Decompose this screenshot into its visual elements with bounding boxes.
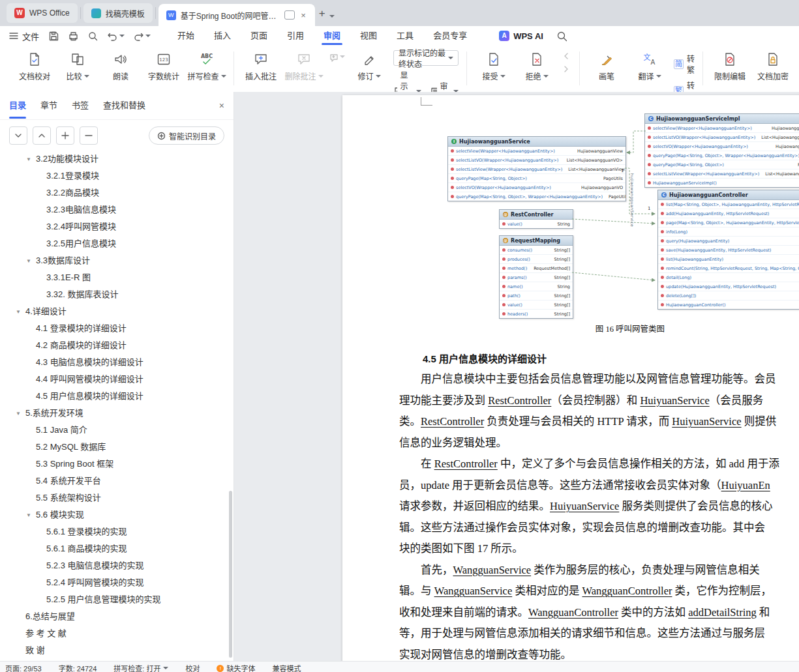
- read-aloud-button[interactable]: 朗读: [102, 50, 140, 83]
- spell-check-button[interactable]: ABC 拼写检查: [188, 50, 226, 83]
- tab-reference[interactable]: 引用: [277, 27, 314, 45]
- toc-expander-icon[interactable]: [26, 255, 36, 265]
- doc-proofread-button[interactable]: 文档校对: [16, 50, 53, 83]
- tab-tools[interactable]: 工具: [387, 27, 423, 45]
- toc-item[interactable]: 致 谢: [0, 641, 228, 658]
- markup-state-select[interactable]: 显示标记的最终状态: [393, 50, 459, 66]
- spell-check-chevron-icon[interactable]: [221, 75, 226, 80]
- tab-member[interactable]: 会员专享: [423, 27, 477, 45]
- word-count-button[interactable]: 123 字数统计: [145, 50, 183, 83]
- tab-page[interactable]: 页面: [241, 27, 277, 45]
- save-icon[interactable]: [48, 31, 59, 42]
- reject-button[interactable]: 拒绝: [518, 50, 556, 83]
- toc-item[interactable]: 4.2 商品模块的详细设计: [0, 336, 228, 353]
- toc-item[interactable]: 4.5 用户信息模块的详细设计: [0, 387, 228, 403]
- ink-brush-button[interactable]: 画笔: [588, 50, 626, 83]
- toc-item[interactable]: 5.1 Java 简介: [0, 420, 228, 437]
- toc-item[interactable]: 5.5 系统架构设计: [0, 488, 228, 505]
- insert-comment-button[interactable]: 插入批注: [242, 50, 280, 83]
- close-document-tab-icon[interactable]: ×: [299, 10, 307, 20]
- restrict-editing-button[interactable]: 限制编辑: [711, 50, 749, 83]
- home-tab[interactable]: W WPS Office: [7, 3, 78, 23]
- toc-item[interactable]: 3.3数据库设计: [0, 251, 228, 268]
- template-site-tab[interactable]: 找稿壳模板: [83, 3, 153, 23]
- document-workspace[interactable]: HujiaowangguanServiceselectView(Wrapper<…: [234, 92, 799, 663]
- tab-home[interactable]: 开始: [168, 27, 204, 45]
- undo-chevron-icon[interactable]: [119, 35, 125, 40]
- toc-item[interactable]: 4.1 登录模块的详细设计: [0, 319, 228, 336]
- toc-item[interactable]: 5.2.4 呼叫网管模块的实现: [0, 573, 228, 590]
- spellcheck-indicator[interactable]: 拼写检查: 打开: [113, 663, 168, 672]
- toc-item[interactable]: 5.2 MySQL 数据库: [0, 437, 228, 454]
- new-tab-button[interactable]: +: [319, 7, 325, 20]
- document-page[interactable]: HujiaowangguanServiceselectView(Wrapper<…: [342, 95, 799, 663]
- track-changes-button[interactable]: 修订: [350, 50, 388, 83]
- track-changes-chevron-icon[interactable]: [376, 75, 381, 80]
- accept-button[interactable]: 接受: [475, 50, 513, 83]
- tab-insert[interactable]: 插入: [204, 27, 241, 45]
- accept-chevron-icon[interactable]: [500, 75, 505, 80]
- toc-expander-icon[interactable]: [26, 509, 36, 519]
- missing-font-warning[interactable]: 缺失字体: [217, 663, 255, 672]
- tab-review[interactable]: 审阅: [314, 27, 350, 45]
- toc-expander-icon[interactable]: [26, 153, 36, 163]
- toc-item[interactable]: 6.总结与展望: [0, 607, 228, 624]
- print-icon[interactable]: [68, 31, 79, 42]
- toc-item[interactable]: 3.32. 数据库表设计: [0, 285, 228, 302]
- toc-item[interactable]: 3.2.4呼叫网管模块: [0, 217, 228, 234]
- redo-chevron-icon[interactable]: [145, 35, 151, 40]
- sidebar-tab-chapters[interactable]: 章节: [40, 93, 57, 119]
- proofread-indicator[interactable]: 校对: [185, 663, 200, 672]
- document-tab[interactable]: W 基于Spring Boot的网吧管理系 ×: [158, 4, 315, 26]
- file-menu-button[interactable]: 文件: [9, 30, 39, 42]
- toc-item[interactable]: 5.6 模块实现: [0, 505, 228, 522]
- toc-item[interactable]: 5.4 系统开发平台: [0, 471, 228, 488]
- smart-recognize-toc-button[interactable]: 智能识别目录: [149, 126, 224, 145]
- toc-item[interactable]: 3.3.1E-R 图: [0, 268, 228, 285]
- toc-item[interactable]: 5.6.1 登录模块的实现: [0, 522, 228, 539]
- tab-list-chevron-icon[interactable]: [329, 15, 335, 20]
- sidebar-tab-bookmarks[interactable]: 书签: [72, 93, 89, 119]
- page-indicator[interactable]: 页面: 29/53: [5, 663, 42, 672]
- print-preview-icon[interactable]: [87, 31, 98, 42]
- translate-button[interactable]: 文 A 翻译: [631, 50, 669, 83]
- toc-item[interactable]: 3.2.1登录模块: [0, 166, 228, 183]
- translate-chevron-icon[interactable]: [656, 75, 661, 80]
- sidebar-scrollbar[interactable]: [229, 491, 232, 658]
- toc-item[interactable]: 5.2.3 电脑信息模块的实现: [0, 556, 228, 573]
- sidebar-tab-contents[interactable]: 目录: [9, 93, 26, 119]
- toc-item[interactable]: 4.4 呼叫网管模块的详细设计: [0, 370, 228, 387]
- expand-all-button[interactable]: [9, 126, 27, 145]
- word-count-indicator[interactable]: 字数: 24724: [59, 663, 97, 672]
- reject-chevron-icon[interactable]: [543, 75, 549, 80]
- toc-item[interactable]: 3.2.3电脑信息模块: [0, 200, 228, 217]
- previous-comment-button[interactable]: [328, 51, 345, 62]
- toc-expander-icon[interactable]: [16, 306, 25, 315]
- compare-button[interactable]: 比较: [59, 50, 97, 83]
- toc-item[interactable]: 5.6.1 商品模块的实现: [0, 539, 228, 556]
- tab-view[interactable]: 视图: [350, 27, 387, 45]
- to-traditional-button[interactable]: 简 转繁: [674, 53, 695, 75]
- collapse-all-button[interactable]: [33, 126, 51, 145]
- encrypt-button[interactable]: 文档加密: [754, 50, 792, 83]
- zoom-out-button[interactable]: [80, 126, 98, 145]
- toc-item[interactable]: 5.系统开发环境: [0, 403, 228, 420]
- delete-comment-button[interactable]: 删除批注: [285, 50, 323, 83]
- toc-item[interactable]: 参 考 文 献: [0, 624, 228, 641]
- sidebar-close-icon[interactable]: ×: [219, 100, 224, 111]
- toc-item[interactable]: 3.2.2商品模块: [0, 183, 228, 200]
- toc-item[interactable]: 4.详细设计: [0, 302, 228, 319]
- zoom-in-button[interactable]: [56, 126, 74, 145]
- search-icon[interactable]: [556, 31, 567, 42]
- toc-item[interactable]: 5.3 Spring Boot 框架: [0, 454, 228, 471]
- wps-ai-button[interactable]: A WPS AI: [499, 31, 543, 41]
- next-change-button[interactable]: [561, 65, 571, 74]
- redo-button[interactable]: [133, 31, 151, 41]
- previous-change-button[interactable]: [561, 51, 571, 61]
- compat-mode-indicator[interactable]: 兼容模式: [272, 663, 301, 672]
- toc-item[interactable]: 3.2功能模块设计: [0, 149, 228, 166]
- sidebar-tab-find-replace[interactable]: 查找和替换: [103, 93, 145, 119]
- toc-item[interactable]: 4.3 电脑信息模块的详细设计: [0, 353, 228, 370]
- compare-chevron-icon[interactable]: [84, 75, 89, 80]
- toc-expander-icon[interactable]: [16, 407, 25, 417]
